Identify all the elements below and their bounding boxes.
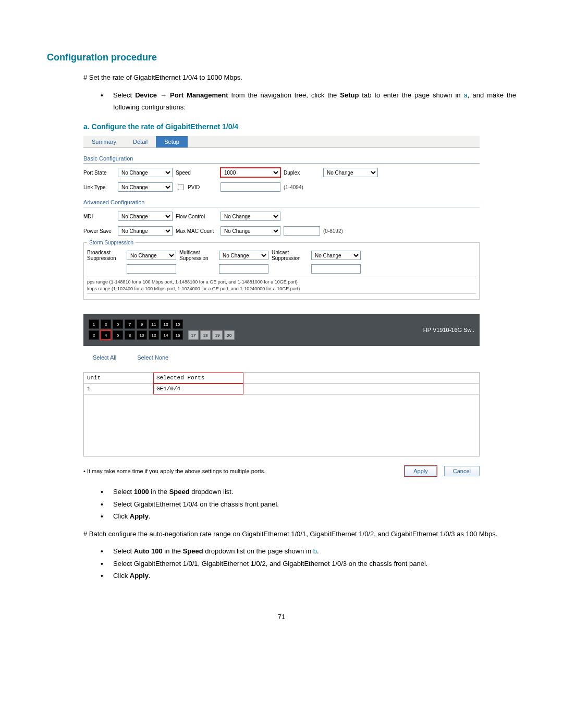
note-storm-ranges: pps range (1-148810 for a 100 Mbps port,… xyxy=(87,277,476,294)
select-broadcast-suppression[interactable]: No Change xyxy=(127,251,176,260)
link-select-all[interactable]: Select All xyxy=(93,354,116,361)
select-duplex[interactable]: No Change xyxy=(323,168,378,177)
port-4[interactable]: 4 xyxy=(101,330,111,340)
port-13[interactable]: 13 xyxy=(161,319,171,329)
text-port-management: Port Management xyxy=(170,91,228,99)
select-max-mac-count[interactable]: No Change xyxy=(221,226,280,236)
label-flow-control: Flow Control xyxy=(176,214,217,219)
port-3[interactable]: 3 xyxy=(101,319,111,329)
note-pps-range: pps range (1-148810 for a 100 Mbps port,… xyxy=(87,279,476,286)
select-mdi[interactable]: No Change xyxy=(118,212,173,221)
page-number: 71 xyxy=(47,613,516,621)
bullet-select-ge101-3: Select GigabitEthernet 1/0/1, GigabitEth… xyxy=(96,558,516,570)
ref-b: b xyxy=(313,547,317,555)
text-apply-2: Apply xyxy=(130,572,149,579)
arrow-icon: → xyxy=(157,91,170,99)
port-2[interactable]: 2 xyxy=(89,330,99,340)
ref-a: a xyxy=(464,91,468,99)
port-15[interactable]: 15 xyxy=(173,319,183,329)
port-5[interactable]: 5 xyxy=(113,319,123,329)
text-fragment: from the navigation tree, click the xyxy=(228,91,340,99)
input-multicast-value[interactable] xyxy=(219,264,268,274)
link-select-none[interactable]: Select None xyxy=(137,354,168,361)
text-fragment: . xyxy=(149,512,151,520)
label-multicast-suppression: Multicast Suppression xyxy=(179,250,216,261)
port-9[interactable]: 9 xyxy=(137,319,147,329)
note-apply-time: It may take some time if you apply the a… xyxy=(83,468,265,474)
text-fragment: Click xyxy=(113,572,130,579)
input-unicast-value[interactable] xyxy=(311,264,361,274)
select-port-state[interactable]: No Change xyxy=(118,168,173,177)
text-fragment: . xyxy=(149,572,151,579)
input-max-mac-count[interactable] xyxy=(284,226,320,236)
heading-configuration-procedure: Configuration procedure xyxy=(47,52,516,63)
label-port-state: Port State xyxy=(83,170,115,176)
text-fragment: Select xyxy=(113,488,134,496)
port-8[interactable]: 8 xyxy=(125,330,135,340)
text-auto100: Auto 100 xyxy=(134,547,163,555)
text-fragment: dropdown list. xyxy=(190,488,234,496)
select-unicast-suppression[interactable]: No Change xyxy=(311,251,361,260)
port-16[interactable]: 16 xyxy=(173,330,183,340)
text-fragment: Select xyxy=(113,547,134,555)
port-10[interactable]: 10 xyxy=(137,330,147,340)
bullet-click-apply-1: Click Apply. xyxy=(96,510,516,522)
th-selected-ports: Selected Ports xyxy=(153,373,243,384)
input-broadcast-value[interactable] xyxy=(127,264,176,274)
port-11[interactable]: 11 xyxy=(149,319,159,329)
text-fragment: Click xyxy=(113,512,130,520)
label-broadcast-suppression: Broadcast Suppression xyxy=(87,250,124,261)
text-fragment: in the xyxy=(163,547,183,555)
text-set-rate: # Set the rate of GigabitEthernet 1/0/4 … xyxy=(83,72,516,83)
port-20[interactable]: 20 xyxy=(224,330,235,340)
port-17[interactable]: 17 xyxy=(188,330,199,340)
select-link-type[interactable]: No Change xyxy=(118,182,173,192)
text-fragment: . xyxy=(317,547,319,555)
section-advanced-configuration: Advanced Configuration xyxy=(83,192,480,207)
cancel-button[interactable]: Cancel xyxy=(444,466,480,476)
checkbox-pvid[interactable] xyxy=(178,184,184,190)
text-device: Device xyxy=(135,91,157,99)
port-1[interactable]: 1 xyxy=(89,319,99,329)
fieldset-storm-suppression: Storm Suppression Broadcast Suppression … xyxy=(83,240,480,300)
select-power-save[interactable]: No Change xyxy=(118,226,173,236)
text-batch-configure: # Batch configure the auto-negotiation r… xyxy=(83,529,516,539)
th-unit: Unit xyxy=(84,373,153,384)
port-6[interactable]: 6 xyxy=(113,330,123,340)
select-speed[interactable]: 1000 xyxy=(221,168,280,177)
bullet-click-apply-2: Click Apply. xyxy=(96,570,516,582)
tab-summary[interactable]: Summary xyxy=(83,136,125,147)
bullet-select-1000: Select 1000 in the Speed dropdown list. xyxy=(96,486,516,498)
apply-button[interactable]: Apply xyxy=(405,466,437,476)
label-mdi: MDI xyxy=(83,214,115,219)
port-7[interactable]: 7 xyxy=(125,319,135,329)
chassis-port-panel: 13579111315246810121416 17181920 HP V191… xyxy=(83,314,480,346)
label-pvid: PVID xyxy=(188,184,200,190)
bullet-select-auto100: Select Auto 100 in the Speed dropdown li… xyxy=(96,545,516,557)
text-fragment: Select xyxy=(113,91,135,99)
port-12[interactable]: 12 xyxy=(149,330,159,340)
input-pvid[interactable] xyxy=(221,182,280,192)
heading-step-a: a. Configure the rate of GigabitEthernet… xyxy=(83,122,516,131)
legend-storm-suppression: Storm Suppression xyxy=(87,240,136,245)
port-18[interactable]: 18 xyxy=(200,330,211,340)
port-19[interactable]: 19 xyxy=(212,330,223,340)
text-setup: Setup xyxy=(340,91,359,99)
text-fragment: dropdown list on the page shown in xyxy=(203,547,313,555)
text-speed-2: Speed xyxy=(183,547,203,555)
tab-detail[interactable]: Detail xyxy=(125,136,156,147)
td-selected-ports: GE1/0/4 xyxy=(153,384,243,394)
label-link-type: Link Type xyxy=(83,184,115,190)
selected-ports-table: Unit Selected Ports 1 GE1/0/4 xyxy=(83,372,480,456)
select-flow-control[interactable]: No Change xyxy=(221,212,280,221)
label-duplex: Duplex xyxy=(284,170,320,176)
label-speed: Speed xyxy=(176,170,217,176)
text-1000: 1000 xyxy=(134,488,149,496)
label-max-mac-count: Max MAC Count xyxy=(176,228,217,234)
select-multicast-suppression[interactable]: No Change xyxy=(219,251,268,260)
tab-setup[interactable]: Setup xyxy=(156,136,188,147)
text-apply: Apply xyxy=(130,512,149,520)
port-14[interactable]: 14 xyxy=(161,330,171,340)
label-unicast-suppression: Unicast Suppression xyxy=(272,250,308,261)
hint-max-mac-range: (0-8192) xyxy=(323,228,378,234)
